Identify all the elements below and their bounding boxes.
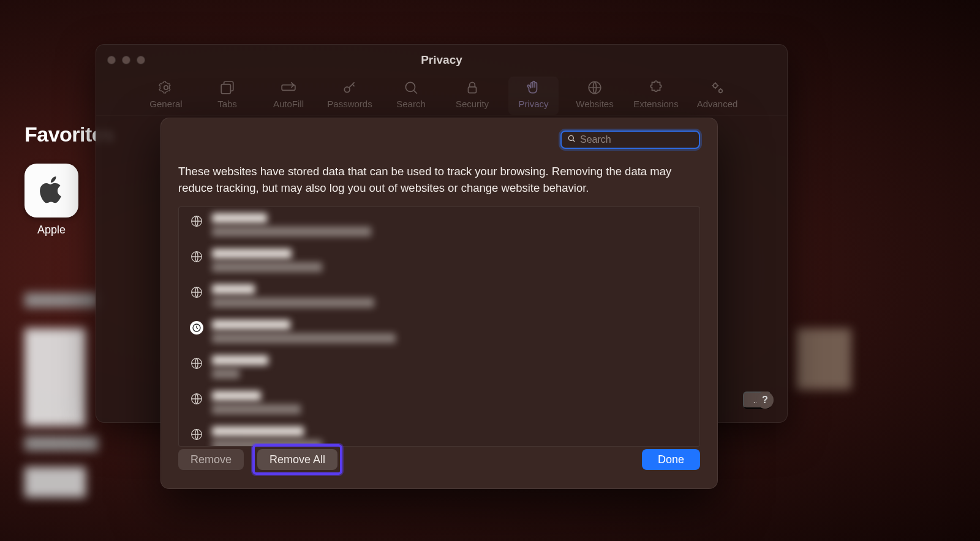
tab-security[interactable]: Security	[447, 77, 497, 115]
done-button[interactable]: Done	[642, 449, 700, 470]
sheet-button-row: Remove Remove All Done	[178, 444, 700, 475]
tab-advanced[interactable]: Advanced	[692, 77, 742, 115]
tab-tabs[interactable]: Tabs	[202, 77, 252, 115]
remove-button[interactable]: Remove	[178, 449, 244, 470]
bg-blur	[796, 328, 851, 390]
bg-blur	[24, 293, 98, 308]
globe-icon	[190, 214, 203, 228]
search-icon	[567, 134, 576, 146]
tab-general[interactable]: General	[141, 77, 191, 115]
bg-blur	[24, 436, 98, 451]
globe-icon	[190, 286, 203, 299]
svg-rect-5	[469, 87, 477, 93]
tab-websites[interactable]: Websites	[570, 77, 620, 115]
redacted-site	[212, 391, 301, 414]
globe-icon	[190, 392, 203, 406]
favorite-tile-apple[interactable]	[24, 164, 78, 218]
help-button[interactable]: ?	[756, 392, 774, 409]
key-icon	[341, 79, 358, 96]
list-item[interactable]	[179, 420, 699, 447]
tab-label: Tabs	[217, 99, 237, 109]
redacted-site	[212, 426, 322, 447]
list-item[interactable]	[179, 314, 699, 349]
sheet-description: These websites have stored data that can…	[178, 164, 699, 197]
redacted-site	[212, 355, 268, 379]
search-field[interactable]	[560, 131, 700, 149]
svg-point-4	[405, 82, 415, 91]
svg-point-9	[568, 135, 573, 140]
svg-point-7	[714, 84, 718, 88]
remove-all-highlight: Remove All	[252, 444, 342, 475]
svg-point-8	[719, 89, 722, 93]
list-item[interactable]	[179, 243, 699, 278]
globe-icon	[190, 250, 203, 263]
redacted-site	[212, 213, 371, 236]
svg-point-3	[344, 87, 350, 93]
globe-icon	[190, 428, 203, 441]
website-data-list[interactable]	[178, 206, 700, 447]
gears-icon	[709, 79, 726, 96]
search-icon	[402, 79, 420, 96]
tab-label: Privacy	[518, 99, 548, 109]
puzzle-icon	[647, 79, 665, 96]
list-item[interactable]	[179, 278, 699, 314]
tab-label: Websites	[576, 99, 613, 109]
clock-icon	[190, 321, 203, 335]
tab-privacy[interactable]: Privacy	[508, 77, 559, 115]
hand-icon	[525, 79, 542, 96]
tabs-icon	[219, 79, 236, 96]
list-item[interactable]	[179, 349, 699, 385]
bg-blur	[24, 328, 86, 426]
svg-rect-1	[221, 85, 230, 94]
tab-autofill[interactable]: AutoFill	[263, 77, 314, 115]
apple-logo-icon	[35, 173, 68, 208]
search-input[interactable]	[580, 134, 703, 145]
website-data-sheet: These websites have stored data that can…	[160, 118, 718, 489]
tab-extensions[interactable]: Extensions	[631, 77, 681, 115]
globe-icon	[586, 79, 603, 96]
tab-label: Search	[396, 99, 426, 109]
tab-label: Passwords	[327, 99, 372, 109]
tab-label: AutoFill	[273, 99, 304, 109]
gear-icon	[157, 79, 175, 96]
preferences-toolbar: General Tabs AutoFill Passwords Search S…	[96, 73, 787, 116]
lock-icon	[464, 79, 481, 96]
redacted-site	[212, 284, 374, 308]
redacted-site	[212, 249, 322, 272]
preferences-title: Privacy	[96, 53, 787, 67]
favorite-label-apple: Apple	[24, 224, 78, 236]
tab-passwords[interactable]: Passwords	[325, 77, 375, 115]
remove-all-button[interactable]: Remove All	[257, 449, 337, 470]
bg-blur	[24, 467, 86, 497]
list-item[interactable]	[179, 385, 699, 420]
svg-point-0	[164, 86, 168, 90]
tab-search[interactable]: Search	[386, 77, 436, 115]
autofill-icon	[280, 79, 297, 96]
tab-label: Advanced	[697, 99, 738, 109]
list-item[interactable]	[179, 207, 699, 243]
redacted-site	[212, 320, 396, 343]
tab-label: Security	[456, 99, 489, 109]
tab-label: Extensions	[633, 99, 678, 109]
tab-label: General	[149, 99, 182, 109]
globe-icon	[190, 357, 203, 370]
